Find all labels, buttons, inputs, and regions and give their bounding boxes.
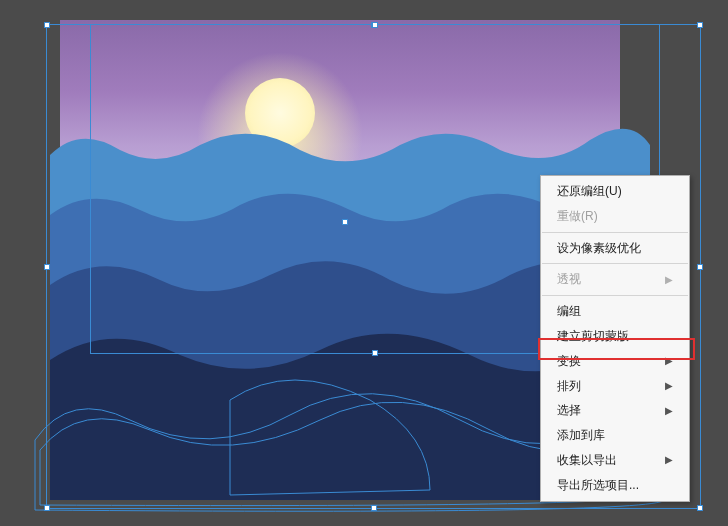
menu-item-label: 设为像素级优化 — [557, 240, 641, 257]
menu-item-label: 重做(R) — [557, 208, 598, 225]
menu-item-export-selection[interactable]: 导出所选项目... — [541, 473, 689, 498]
submenu-arrow-icon: ▶ — [665, 273, 673, 287]
menu-separator — [542, 263, 688, 264]
submenu-arrow-icon: ▶ — [665, 379, 673, 393]
menu-separator — [542, 295, 688, 296]
menu-item-label: 建立剪切蒙版 — [557, 328, 629, 345]
submenu-arrow-icon: ▶ — [665, 404, 673, 418]
menu-item-collect-for-export[interactable]: 收集以导出▶ — [541, 448, 689, 473]
menu-item-label: 透视 — [557, 271, 581, 288]
menu-item-make-clipping-mask[interactable]: 建立剪切蒙版 — [541, 324, 689, 349]
menu-item-label: 排列 — [557, 378, 581, 395]
menu-item-group[interactable]: 编组 — [541, 299, 689, 324]
menu-item-transform[interactable]: 变换▶ — [541, 349, 689, 374]
menu-item-undo-group[interactable]: 还原编组(U) — [541, 179, 689, 204]
submenu-arrow-icon: ▶ — [665, 354, 673, 368]
menu-item-redo: 重做(R) — [541, 204, 689, 229]
menu-item-label: 变换 — [557, 353, 581, 370]
menu-separator — [542, 232, 688, 233]
menu-item-label: 编组 — [557, 303, 581, 320]
menu-item-label: 还原编组(U) — [557, 183, 622, 200]
menu-item-label: 选择 — [557, 402, 581, 419]
anchor-point — [342, 219, 348, 225]
artwork-group[interactable] — [60, 20, 620, 490]
menu-item-select[interactable]: 选择▶ — [541, 398, 689, 423]
menu-item-pixel-optimize[interactable]: 设为像素级优化 — [541, 236, 689, 261]
menu-item-label: 收集以导出 — [557, 452, 617, 469]
menu-item-add-to-library[interactable]: 添加到库 — [541, 423, 689, 448]
context-menu: 还原编组(U)重做(R)设为像素级优化透视▶编组建立剪切蒙版变换▶排列▶选择▶添… — [540, 175, 690, 502]
submenu-arrow-icon: ▶ — [665, 453, 673, 467]
menu-item-label: 导出所选项目... — [557, 477, 639, 494]
menu-item-perspective: 透视▶ — [541, 267, 689, 292]
menu-item-label: 添加到库 — [557, 427, 605, 444]
menu-item-arrange[interactable]: 排列▶ — [541, 374, 689, 399]
